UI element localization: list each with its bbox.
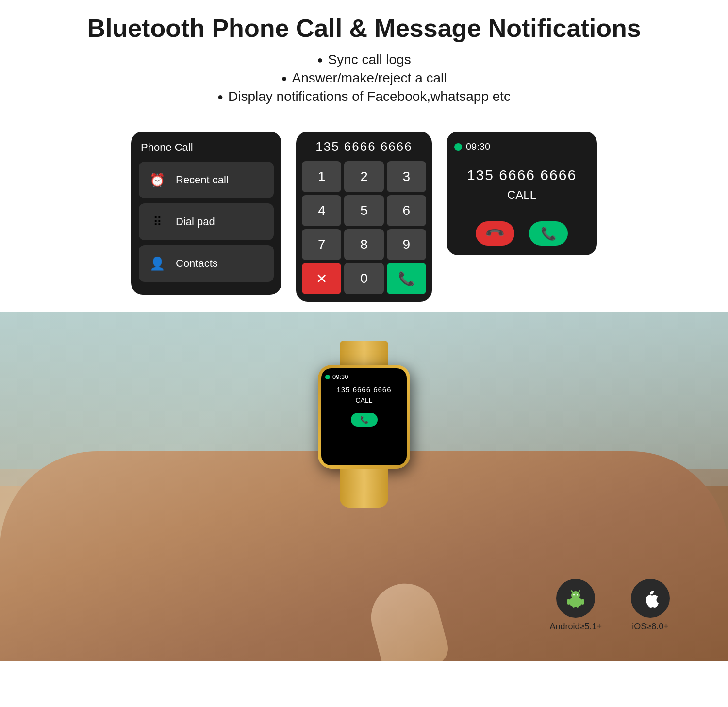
contacts-icon: 👤 bbox=[147, 253, 168, 274]
svg-rect-8 bbox=[582, 599, 584, 605]
dial-number-display: 135 6666 6666 bbox=[302, 139, 426, 154]
watch-accept-button[interactable]: 📞 bbox=[351, 413, 378, 427]
svg-point-3 bbox=[573, 594, 575, 596]
dial-pad-screen: 135 6666 6666 1 2 3 4 5 6 7 8 9 ✕ 0 📞 bbox=[296, 132, 432, 302]
watch-screen: 09:30 135 6666 6666 CALL 📞 bbox=[321, 368, 407, 465]
ios-badge: iOS≥8.0+ bbox=[631, 579, 670, 632]
feature-item-3: ● Display notifications of Facebook,what… bbox=[29, 89, 699, 104]
dial-key-3[interactable]: 3 bbox=[387, 161, 426, 192]
svg-point-4 bbox=[577, 594, 578, 596]
incoming-call-label: CALL bbox=[454, 188, 589, 202]
phone-call-title: Phone Call bbox=[139, 141, 274, 154]
dial-grid: 1 2 3 4 5 6 7 8 9 ✕ 0 📞 bbox=[302, 161, 426, 294]
page-container: Bluetooth Phone Call & Message Notificat… bbox=[0, 0, 728, 707]
watch-body: 09:30 135 6666 6666 CALL 📞 bbox=[318, 365, 410, 469]
menu-item-recent-call[interactable]: ⏰ Recent call bbox=[139, 162, 274, 198]
watch-caller-number: 135 6666 6666 bbox=[325, 385, 403, 394]
features-list: ● Sync call logs ● Answer/make/reject a … bbox=[29, 52, 699, 104]
dial-key-delete[interactable]: ✕ bbox=[302, 263, 341, 294]
svg-rect-9 bbox=[573, 604, 575, 608]
dial-key-7[interactable]: 7 bbox=[302, 229, 341, 260]
watch-band-bottom bbox=[340, 469, 388, 508]
incoming-call-screen: 09:30 135 6666 6666 CALL 📞 📞 bbox=[447, 132, 597, 255]
watch-call-label: CALL bbox=[325, 396, 403, 404]
android-svg bbox=[565, 588, 586, 609]
apple-svg bbox=[641, 588, 660, 609]
phone-call-screen: Phone Call ⏰ Recent call ⠿ Dial pad 👤 Co… bbox=[131, 132, 281, 295]
watch-on-wrist: 09:30 135 6666 6666 CALL 📞 bbox=[318, 341, 410, 508]
dial-key-1[interactable]: 1 bbox=[302, 161, 341, 192]
svg-rect-10 bbox=[577, 604, 579, 608]
bullet-3: ● bbox=[217, 91, 223, 102]
header: Bluetooth Phone Call & Message Notificat… bbox=[0, 0, 728, 117]
dial-key-call[interactable]: 📞 bbox=[387, 263, 426, 294]
feature-item-1: ● Sync call logs bbox=[29, 52, 699, 67]
call-buttons: 📞 📞 bbox=[454, 221, 589, 246]
watch-time-indicator bbox=[325, 375, 330, 379]
menu-item-contacts[interactable]: 👤 Contacts bbox=[139, 245, 274, 282]
dial-key-9[interactable]: 9 bbox=[387, 229, 426, 260]
android-badge: Android≥5.1+ bbox=[550, 579, 602, 632]
os-badges: Android≥5.1+ iOS≥8.0+ bbox=[550, 579, 670, 632]
bottom-section: 09:30 135 6666 6666 CALL 📞 bbox=[0, 312, 728, 661]
time-dot-icon bbox=[454, 143, 462, 151]
dial-key-6[interactable]: 6 bbox=[387, 195, 426, 226]
android-label: Android≥5.1+ bbox=[550, 622, 602, 632]
svg-line-6 bbox=[579, 591, 580, 592]
svg-rect-7 bbox=[567, 599, 569, 605]
dial-pad-label: Dial pad bbox=[176, 215, 215, 228]
watch-time-row: 09:30 bbox=[325, 373, 403, 380]
decline-button[interactable]: 📞 bbox=[476, 221, 514, 246]
bullet-1: ● bbox=[317, 54, 323, 66]
dial-key-8[interactable]: 8 bbox=[344, 229, 383, 260]
dialpad-icon: ⠿ bbox=[147, 211, 168, 232]
incoming-number: 135 6666 6666 bbox=[454, 167, 589, 183]
main-title: Bluetooth Phone Call & Message Notificat… bbox=[29, 15, 699, 42]
bullet-2: ● bbox=[281, 73, 287, 84]
feature-text-2: Answer/make/reject a call bbox=[292, 70, 447, 86]
feature-item-2: ● Answer/make/reject a call bbox=[29, 70, 699, 86]
alarm-icon: ⏰ bbox=[147, 169, 168, 191]
accept-button[interactable]: 📞 bbox=[529, 221, 568, 246]
decline-icon: 📞 bbox=[484, 223, 506, 245]
ios-label: iOS≥8.0+ bbox=[632, 622, 668, 632]
watch-band-top bbox=[340, 341, 388, 365]
apple-icon bbox=[631, 579, 670, 618]
dial-key-5[interactable]: 5 bbox=[344, 195, 383, 226]
recent-call-label: Recent call bbox=[176, 174, 229, 186]
dial-key-4[interactable]: 4 bbox=[302, 195, 341, 226]
menu-item-dial-pad[interactable]: ⠿ Dial pad bbox=[139, 203, 274, 240]
svg-line-5 bbox=[571, 591, 573, 592]
android-icon bbox=[556, 579, 595, 618]
incoming-time: 09:30 bbox=[466, 141, 490, 152]
incoming-time-row: 09:30 bbox=[454, 141, 589, 152]
dial-key-0[interactable]: 0 bbox=[344, 263, 383, 294]
watch-time: 09:30 bbox=[332, 373, 348, 380]
dial-key-2[interactable]: 2 bbox=[344, 161, 383, 192]
contacts-label: Contacts bbox=[176, 257, 218, 270]
feature-text-1: Sync call logs bbox=[328, 52, 411, 67]
accept-icon: 📞 bbox=[541, 226, 556, 241]
screens-row: Phone Call ⏰ Recent call ⠿ Dial pad 👤 Co… bbox=[0, 117, 728, 312]
feature-text-3: Display notifications of Facebook,whatsa… bbox=[228, 89, 511, 104]
